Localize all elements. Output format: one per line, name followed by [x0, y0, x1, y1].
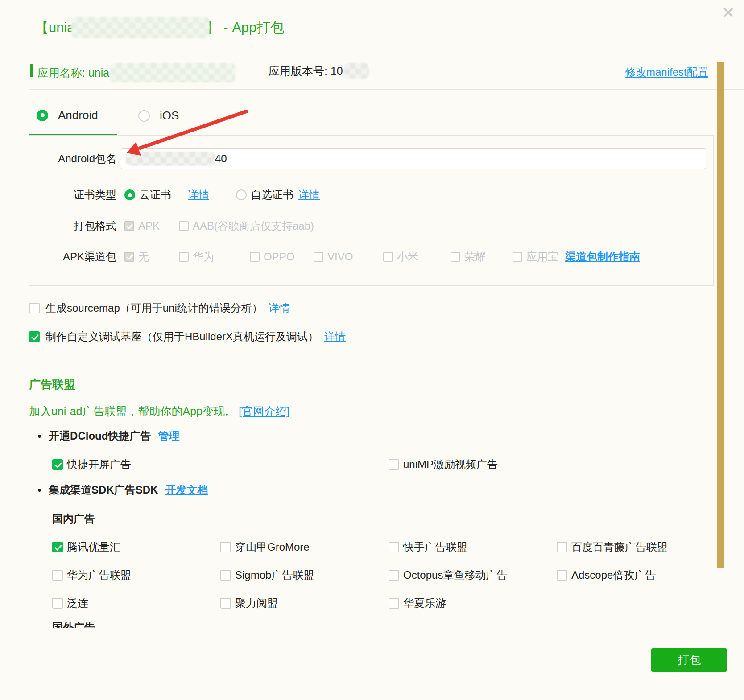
vertical-scrollbar-thumb[interactable]	[717, 62, 724, 568]
cert-cloud-label: 云证书	[139, 188, 171, 202]
redacted-package-name	[126, 152, 215, 166]
channel-xiaomi-checkbox-icon[interactable]	[383, 252, 393, 262]
sourcemap-option-row: 生成sourcemap（可用于uni统计的错误分析） 详情	[29, 301, 290, 315]
channel-none-label: 无	[138, 250, 149, 264]
ad-sdk-label: Octopus章鱼移动广告	[403, 568, 507, 582]
ads-intro-link[interactable]: [官网介绍]	[239, 404, 289, 419]
ads-section-divider	[29, 358, 714, 358]
package-button[interactable]: 打包	[651, 648, 727, 672]
ad-sdk-item[interactable]: 聚力阅盟	[220, 596, 278, 610]
ad-sdk-label: 聚力阅盟	[235, 596, 278, 610]
app-name-accent-bar	[30, 64, 33, 77]
unimp-video-ad-label: uniMP激励视频广告	[403, 457, 498, 472]
title-suffix: 】 - App打包	[206, 18, 285, 37]
channel-yingyongbao-label: 应用宝	[526, 250, 558, 264]
package-name-input[interactable]: 40	[121, 148, 706, 169]
sdk-docs-link[interactable]: 开发文档	[165, 483, 208, 497]
overseas-ads-heading-cutoff: 国外广告	[52, 621, 95, 628]
sdk-ads-bullet-row: • 集成渠道SDK广告SDK 开发文档	[37, 483, 208, 497]
package-format-label: 打包格式	[29, 219, 116, 233]
apk-channel-label: APK渠道包	[29, 250, 116, 264]
ad-sdk-item[interactable]: 华为广告联盟	[52, 568, 131, 582]
ad-sdk-label: 穿山甲GroMore	[235, 540, 310, 554]
ad-sdk-item[interactable]: 华夏乐游	[389, 596, 446, 610]
gromore-checkbox-icon[interactable]	[220, 542, 231, 552]
channel-oppo-option[interactable]: OPPO	[250, 250, 294, 264]
channel-guide-link[interactable]: 渠道包制作指南	[565, 250, 640, 264]
dcloud-manage-link[interactable]: 管理	[158, 429, 179, 443]
apk-channel-row: APK渠道包 无 华为 OPPO VIVO 小米	[29, 247, 713, 267]
ad-sdk-label: 华为广告联盟	[67, 568, 131, 582]
footer-divider	[0, 637, 744, 637]
ios-radio-icon[interactable]	[138, 110, 150, 122]
header-divider	[29, 89, 744, 90]
channel-oppo-checkbox-icon[interactable]	[250, 252, 260, 262]
dialog-title: 【unia 】 - App打包	[35, 17, 284, 38]
cert-custom-detail-link[interactable]: 详情	[298, 188, 320, 202]
dcloud-ads-title: 开通DCloud快捷广告	[49, 429, 151, 443]
channel-yingyongbao-option[interactable]: 应用宝	[513, 250, 558, 264]
channel-none-option: 无	[124, 250, 149, 264]
splash-ad-checkbox-icon[interactable]	[52, 459, 63, 470]
channel-yingyongbao-checkbox-icon[interactable]	[513, 252, 522, 262]
ad-sdk-item[interactable]: Octopus章鱼移动广告	[389, 568, 507, 582]
ad-sdk-item[interactable]: 穿山甲GroMore	[220, 540, 310, 554]
channel-vivo-option[interactable]: VIVO	[314, 250, 353, 264]
tencent-ylh-checkbox-icon[interactable]	[52, 542, 63, 552]
redacted-app-name	[110, 63, 235, 82]
channel-huawei-option[interactable]: 华为	[179, 250, 214, 264]
baidu-checkbox-icon[interactable]	[557, 542, 567, 552]
unimp-video-ad-checkbox-icon[interactable]	[389, 459, 399, 470]
kuaishou-checkbox-icon[interactable]	[389, 542, 399, 552]
dcloud-ad-item[interactable]: uniMP激励视频广告	[389, 457, 498, 472]
adscope-checkbox-icon[interactable]	[557, 570, 567, 581]
sdk-ads-title: 集成渠道SDK广告SDK	[49, 483, 158, 497]
ad-sdk-item[interactable]: 快手广告联盟	[389, 540, 467, 554]
title-prefix: 【unia	[35, 18, 75, 37]
ad-sdk-item[interactable]: 百度百青藤广告联盟	[557, 540, 668, 554]
channel-huawei-checkbox-icon[interactable]	[179, 252, 189, 262]
julioyuemeng-checkbox-icon[interactable]	[220, 598, 231, 609]
octopus-checkbox-icon[interactable]	[389, 570, 399, 581]
huawei-ads-checkbox-icon[interactable]	[52, 570, 63, 581]
sourcemap-checkbox-icon[interactable]	[29, 303, 40, 313]
ad-sdk-item[interactable]: 腾讯优量汇	[52, 540, 120, 554]
ad-sdk-item[interactable]: 泛连	[52, 596, 88, 610]
app-name-label: 应用名称: unia	[37, 66, 109, 80]
package-name-row: Android包名 40	[29, 148, 713, 169]
huaxialeyou-checkbox-icon[interactable]	[389, 598, 399, 609]
dcloud-ad-item[interactable]: 快捷开屏广告	[52, 457, 131, 472]
channel-xiaomi-option[interactable]: 小米	[383, 250, 418, 264]
redacted-version	[344, 63, 369, 79]
channel-honor-label: 荣耀	[464, 250, 486, 264]
cert-cloud-option[interactable]: 云证书	[124, 188, 171, 202]
channel-honor-checkbox-icon[interactable]	[451, 252, 460, 262]
sourcemap-detail-link[interactable]: 详情	[269, 301, 290, 315]
redacted-title	[71, 17, 210, 38]
channel-oppo-label: OPPO	[264, 250, 294, 264]
cert-cloud-detail-link[interactable]: 详情	[188, 188, 209, 202]
tab-ios[interactable]: iOS	[138, 109, 179, 123]
ad-sdk-item[interactable]: Sigmob广告联盟	[220, 568, 314, 582]
splash-ad-label: 快捷开屏广告	[67, 457, 131, 472]
app-name: 应用名称: unia	[37, 63, 235, 82]
ad-sdk-item[interactable]: Adscope倍孜广告	[557, 568, 656, 582]
channel-vivo-checkbox-icon[interactable]	[314, 252, 323, 262]
cert-custom-option[interactable]: 自选证书	[236, 188, 293, 202]
package-name-visible-value: 40	[215, 152, 227, 165]
custom-cert-radio-icon[interactable]	[236, 189, 247, 200]
cloud-cert-radio-icon[interactable]	[124, 189, 135, 200]
custom-base-label: 制作自定义调试基座（仅用于HBuilderX真机运行及调试）	[45, 329, 318, 344]
channel-honor-option[interactable]: 荣耀	[451, 250, 486, 264]
tab-android[interactable]: Android	[37, 108, 98, 122]
package-format-row: 打包格式 APK AAB(谷歌商店仅支持aab)	[29, 216, 713, 236]
channel-xiaomi-label: 小米	[397, 250, 418, 264]
custom-base-checkbox-icon[interactable]	[29, 331, 40, 342]
android-radio-icon[interactable]	[37, 110, 48, 121]
manifest-config-link[interactable]: 修改manifest配置	[625, 65, 708, 79]
fanlian-checkbox-icon[interactable]	[52, 598, 63, 609]
custom-base-detail-link[interactable]: 详情	[324, 329, 346, 344]
sigmob-checkbox-icon[interactable]	[220, 570, 231, 581]
close-icon[interactable]: ✕	[722, 4, 735, 22]
channel-none-checkbox-icon	[124, 252, 134, 262]
